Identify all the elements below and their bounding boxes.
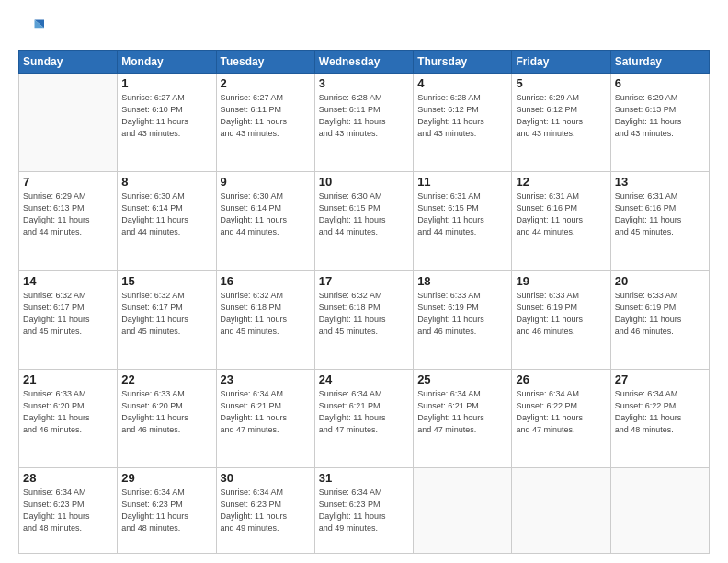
calendar-cell: 5Sunrise: 6:29 AM Sunset: 6:12 PM Daylig… — [512, 74, 610, 172]
calendar-cell: 24Sunrise: 6:34 AM Sunset: 6:21 PM Dayli… — [314, 369, 413, 467]
calendar-cell: 25Sunrise: 6:34 AM Sunset: 6:21 PM Dayli… — [414, 369, 512, 467]
calendar-header-saturday: Saturday — [610, 51, 709, 74]
logo — [18, 17, 48, 42]
calendar-cell: 30Sunrise: 6:34 AM Sunset: 6:23 PM Dayli… — [216, 468, 314, 554]
calendar-cell — [414, 468, 512, 554]
day-info: Sunrise: 6:34 AM Sunset: 6:22 PM Dayligh… — [516, 388, 606, 436]
calendar-cell: 20Sunrise: 6:33 AM Sunset: 6:19 PM Dayli… — [610, 270, 709, 369]
calendar-week-row: 7Sunrise: 6:29 AM Sunset: 6:13 PM Daylig… — [19, 172, 710, 270]
page: SundayMondayTuesdayWednesdayThursdayFrid… — [0, 0, 728, 563]
day-number: 17 — [319, 274, 409, 288]
day-info: Sunrise: 6:27 AM Sunset: 6:10 PM Dayligh… — [121, 92, 211, 140]
day-info: Sunrise: 6:33 AM Sunset: 6:19 PM Dayligh… — [615, 290, 705, 338]
calendar-cell — [512, 468, 610, 554]
day-info: Sunrise: 6:34 AM Sunset: 6:23 PM Dayligh… — [221, 487, 311, 534]
calendar-table: SundayMondayTuesdayWednesdayThursdayFrid… — [18, 50, 710, 554]
day-info: Sunrise: 6:28 AM Sunset: 6:11 PM Dayligh… — [319, 92, 409, 140]
day-number: 5 — [516, 76, 606, 90]
calendar-cell: 13Sunrise: 6:31 AM Sunset: 6:16 PM Dayli… — [610, 172, 709, 270]
calendar-cell: 11Sunrise: 6:31 AM Sunset: 6:15 PM Dayli… — [414, 172, 512, 270]
day-info: Sunrise: 6:34 AM Sunset: 6:21 PM Dayligh… — [417, 388, 507, 436]
day-number: 15 — [121, 274, 211, 288]
day-info: Sunrise: 6:34 AM Sunset: 6:21 PM Dayligh… — [221, 388, 311, 436]
day-number: 7 — [23, 175, 113, 189]
day-number: 11 — [417, 175, 507, 189]
calendar-cell: 12Sunrise: 6:31 AM Sunset: 6:16 PM Dayli… — [512, 172, 610, 270]
calendar-cell: 14Sunrise: 6:32 AM Sunset: 6:17 PM Dayli… — [19, 270, 118, 369]
day-info: Sunrise: 6:33 AM Sunset: 6:19 PM Dayligh… — [417, 290, 507, 338]
day-number: 13 — [615, 175, 705, 189]
calendar-cell: 26Sunrise: 6:34 AM Sunset: 6:22 PM Dayli… — [512, 369, 610, 467]
calendar-cell: 7Sunrise: 6:29 AM Sunset: 6:13 PM Daylig… — [19, 172, 118, 270]
day-info: Sunrise: 6:32 AM Sunset: 6:18 PM Dayligh… — [221, 290, 311, 338]
day-info: Sunrise: 6:32 AM Sunset: 6:17 PM Dayligh… — [23, 290, 113, 338]
calendar-cell: 16Sunrise: 6:32 AM Sunset: 6:18 PM Dayli… — [216, 270, 314, 369]
calendar-cell: 19Sunrise: 6:33 AM Sunset: 6:19 PM Dayli… — [512, 270, 610, 369]
calendar-cell: 9Sunrise: 6:30 AM Sunset: 6:14 PM Daylig… — [216, 172, 314, 270]
day-info: Sunrise: 6:34 AM Sunset: 6:23 PM Dayligh… — [23, 487, 113, 534]
calendar-header-sunday: Sunday — [19, 51, 118, 74]
calendar-cell: 28Sunrise: 6:34 AM Sunset: 6:23 PM Dayli… — [19, 468, 118, 554]
day-number: 3 — [319, 76, 409, 90]
calendar-cell: 22Sunrise: 6:33 AM Sunset: 6:20 PM Dayli… — [118, 369, 216, 467]
calendar-cell — [19, 74, 118, 172]
calendar-cell: 8Sunrise: 6:30 AM Sunset: 6:14 PM Daylig… — [118, 172, 216, 270]
day-info: Sunrise: 6:31 AM Sunset: 6:15 PM Dayligh… — [417, 190, 507, 238]
day-number: 27 — [615, 373, 705, 386]
day-number: 2 — [221, 76, 311, 90]
day-number: 8 — [121, 175, 211, 189]
day-number: 29 — [121, 471, 211, 485]
day-info: Sunrise: 6:31 AM Sunset: 6:16 PM Dayligh… — [615, 190, 705, 238]
day-number: 23 — [221, 373, 311, 386]
day-info: Sunrise: 6:27 AM Sunset: 6:11 PM Dayligh… — [221, 92, 311, 140]
calendar-cell: 21Sunrise: 6:33 AM Sunset: 6:20 PM Dayli… — [19, 369, 118, 467]
calendar-week-row: 21Sunrise: 6:33 AM Sunset: 6:20 PM Dayli… — [19, 369, 710, 467]
calendar-cell: 1Sunrise: 6:27 AM Sunset: 6:10 PM Daylig… — [118, 74, 216, 172]
day-number: 21 — [23, 373, 113, 386]
day-number: 10 — [319, 175, 409, 189]
calendar-header-monday: Monday — [118, 51, 216, 74]
day-number: 19 — [516, 274, 606, 288]
calendar-cell: 3Sunrise: 6:28 AM Sunset: 6:11 PM Daylig… — [314, 74, 413, 172]
day-number: 22 — [121, 373, 211, 386]
calendar-cell: 2Sunrise: 6:27 AM Sunset: 6:11 PM Daylig… — [216, 74, 314, 172]
day-info: Sunrise: 6:30 AM Sunset: 6:14 PM Dayligh… — [121, 190, 211, 238]
day-number: 1 — [121, 76, 211, 90]
day-number: 30 — [221, 471, 311, 485]
day-number: 14 — [23, 274, 113, 288]
day-info: Sunrise: 6:33 AM Sunset: 6:19 PM Dayligh… — [516, 290, 606, 338]
day-number: 6 — [615, 76, 705, 90]
day-info: Sunrise: 6:33 AM Sunset: 6:20 PM Dayligh… — [121, 388, 211, 436]
calendar-cell: 4Sunrise: 6:28 AM Sunset: 6:12 PM Daylig… — [414, 74, 512, 172]
day-info: Sunrise: 6:34 AM Sunset: 6:23 PM Dayligh… — [319, 487, 409, 534]
header — [18, 17, 710, 42]
day-info: Sunrise: 6:30 AM Sunset: 6:14 PM Dayligh… — [221, 190, 311, 238]
day-info: Sunrise: 6:29 AM Sunset: 6:12 PM Dayligh… — [516, 92, 606, 140]
day-info: Sunrise: 6:32 AM Sunset: 6:17 PM Dayligh… — [121, 290, 211, 338]
day-number: 20 — [615, 274, 705, 288]
calendar-cell: 15Sunrise: 6:32 AM Sunset: 6:17 PM Dayli… — [118, 270, 216, 369]
calendar-cell: 27Sunrise: 6:34 AM Sunset: 6:22 PM Dayli… — [610, 369, 709, 467]
day-info: Sunrise: 6:31 AM Sunset: 6:16 PM Dayligh… — [516, 190, 606, 238]
day-info: Sunrise: 6:29 AM Sunset: 6:13 PM Dayligh… — [615, 92, 705, 140]
day-info: Sunrise: 6:33 AM Sunset: 6:20 PM Dayligh… — [23, 388, 113, 436]
day-number: 25 — [417, 373, 507, 386]
calendar-cell — [610, 468, 709, 554]
day-number: 24 — [319, 373, 409, 386]
calendar-cell: 23Sunrise: 6:34 AM Sunset: 6:21 PM Dayli… — [216, 369, 314, 467]
calendar-header-thursday: Thursday — [414, 51, 512, 74]
calendar-cell: 17Sunrise: 6:32 AM Sunset: 6:18 PM Dayli… — [314, 270, 413, 369]
day-info: Sunrise: 6:34 AM Sunset: 6:22 PM Dayligh… — [615, 388, 705, 436]
calendar-week-row: 1Sunrise: 6:27 AM Sunset: 6:10 PM Daylig… — [19, 74, 710, 172]
day-number: 4 — [417, 76, 507, 90]
day-number: 9 — [221, 175, 311, 189]
calendar-cell: 10Sunrise: 6:30 AM Sunset: 6:15 PM Dayli… — [314, 172, 413, 270]
day-info: Sunrise: 6:34 AM Sunset: 6:21 PM Dayligh… — [319, 388, 409, 436]
calendar-week-row: 14Sunrise: 6:32 AM Sunset: 6:17 PM Dayli… — [19, 270, 710, 369]
calendar-cell: 29Sunrise: 6:34 AM Sunset: 6:23 PM Dayli… — [118, 468, 216, 554]
calendar-header-friday: Friday — [512, 51, 610, 74]
calendar-cell: 6Sunrise: 6:29 AM Sunset: 6:13 PM Daylig… — [610, 74, 709, 172]
day-info: Sunrise: 6:29 AM Sunset: 6:13 PM Dayligh… — [23, 190, 113, 238]
day-info: Sunrise: 6:28 AM Sunset: 6:12 PM Dayligh… — [417, 92, 507, 140]
calendar-cell: 31Sunrise: 6:34 AM Sunset: 6:23 PM Dayli… — [314, 468, 413, 554]
